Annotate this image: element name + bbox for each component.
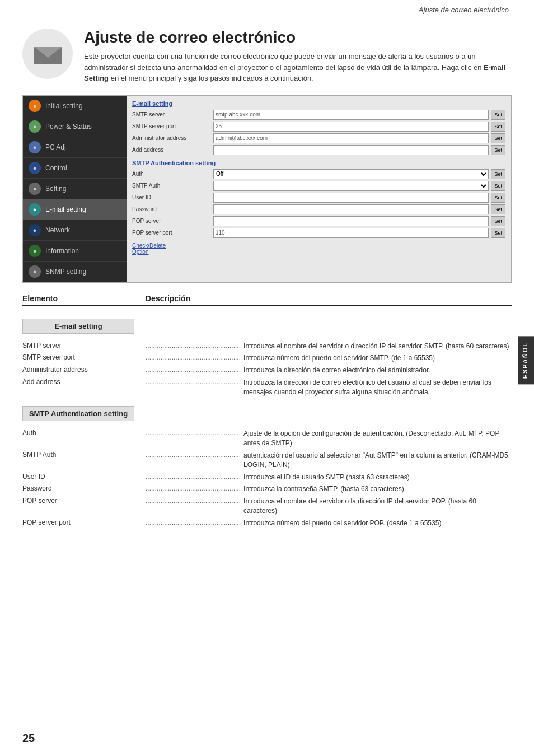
email-fields-container: SMTP serverSetSMTP server portSetAdminis… bbox=[132, 110, 505, 155]
desc-item-text: autenticación del usuario al seleccionar… bbox=[243, 451, 512, 470]
nav-item-setting[interactable]: ●Setting bbox=[23, 179, 127, 199]
auth-setting-title: SMTP Authentication setting bbox=[132, 160, 505, 166]
auth-form-input[interactable] bbox=[213, 193, 489, 203]
nav-icon: ● bbox=[29, 224, 41, 236]
bottom-links: Check/DeleteOption bbox=[132, 242, 505, 255]
nav-icon: ● bbox=[29, 265, 41, 278]
desc-item-name: SMTP server port bbox=[22, 353, 146, 363]
desc-item-name: SMTP Auth bbox=[22, 451, 146, 470]
nav-icon: ● bbox=[29, 245, 41, 257]
desc-item-text: Introduzca el nombre del servidor o dire… bbox=[243, 342, 512, 351]
nav-icon: ● bbox=[29, 141, 41, 153]
nav-item-label: Setting bbox=[45, 185, 66, 193]
form-input[interactable] bbox=[213, 133, 489, 143]
auth-section: SMTP Authentication setting AuthOffSetSM… bbox=[132, 160, 505, 238]
auth-form-row: SMTP Auth---Set bbox=[132, 181, 505, 191]
title-section: Ajuste de correo electrónico Este proyec… bbox=[22, 29, 512, 84]
desc-row: SMTP Auth...............................… bbox=[22, 451, 512, 470]
nav-item-information[interactable]: ●Information bbox=[23, 241, 127, 262]
desc-sections-container: E-mail settingSMTP server...............… bbox=[22, 312, 512, 528]
desc-item-name: POP server bbox=[22, 497, 146, 516]
desc-dots: ........................................… bbox=[146, 497, 241, 516]
nav-item-snmp-setting[interactable]: ●SNMP setting bbox=[23, 262, 127, 282]
auth-form-input[interactable] bbox=[213, 216, 489, 226]
auth-set-button[interactable]: Set bbox=[491, 228, 505, 238]
nav-icon: ● bbox=[29, 120, 41, 133]
desc-dots: ........................................… bbox=[146, 342, 241, 351]
auth-set-button[interactable]: Set bbox=[491, 204, 505, 214]
nav-item-pc-adj-[interactable]: ●PC Adj. bbox=[23, 137, 127, 158]
auth-form-row: AuthOffSet bbox=[132, 169, 505, 179]
form-input[interactable] bbox=[213, 145, 489, 155]
auth-form-input[interactable] bbox=[213, 228, 489, 238]
nav-item-label: Information bbox=[45, 247, 79, 255]
desc-dots: ........................................… bbox=[146, 366, 241, 375]
form-row: SMTP serverSet bbox=[132, 110, 505, 120]
desc-item-text: Introduzca el ID de usuario SMTP (hasta … bbox=[243, 473, 512, 482]
set-button[interactable]: Set bbox=[491, 145, 505, 155]
desc-item-name: Auth bbox=[22, 429, 146, 448]
auth-form-row: POP server portSet bbox=[132, 228, 505, 238]
auth-form-label: Password bbox=[132, 206, 213, 212]
nav-icon: ● bbox=[29, 100, 41, 112]
nav-item-label: E-mail setting bbox=[45, 206, 86, 213]
nav-icon: ● bbox=[29, 203, 41, 216]
desc-row: SMTP server.............................… bbox=[22, 342, 512, 351]
desc-dots: ........................................… bbox=[146, 484, 241, 494]
nav-icon: ● bbox=[29, 162, 41, 174]
desc-row: POP server..............................… bbox=[22, 497, 512, 516]
auth-select[interactable]: Off bbox=[213, 169, 489, 179]
section-title-box: E-mail setting bbox=[22, 319, 134, 334]
form-row: Add addressSet bbox=[132, 145, 505, 155]
nav-item-initial-setting[interactable]: ●Initial setting bbox=[23, 96, 127, 116]
desc-item-text: Introduzca número del puerto del servido… bbox=[243, 519, 512, 528]
desc-dots: ........................................… bbox=[146, 451, 241, 470]
form-label: SMTP server bbox=[132, 111, 213, 118]
nav-item-control[interactable]: ●Control bbox=[23, 158, 127, 179]
bottom-link[interactable]: Option bbox=[132, 249, 505, 255]
form-input[interactable] bbox=[213, 110, 489, 120]
auth-set-button[interactable]: Set bbox=[491, 169, 505, 179]
desc-item-text: Introduzca la dirección de correo electr… bbox=[243, 378, 512, 397]
desc-item-name: POP server port bbox=[22, 519, 146, 528]
desc-item-text: Introduzca la dirección de correo electr… bbox=[243, 366, 512, 375]
set-button[interactable]: Set bbox=[491, 122, 505, 132]
auth-form-row: POP serverSet bbox=[132, 216, 505, 226]
nav-item-label: Network bbox=[45, 226, 70, 234]
nav-item-label: Power & Status bbox=[45, 123, 92, 130]
auth-select[interactable]: --- bbox=[213, 181, 489, 191]
nav-item-power---status[interactable]: ●Power & Status bbox=[23, 116, 127, 137]
auth-form-row: User IDSet bbox=[132, 193, 505, 203]
auth-form-label: User ID bbox=[132, 194, 213, 200]
form-row: SMTP server portSet bbox=[132, 122, 505, 132]
nav-sidebar: ●Initial setting●Power & Status●PC Adj.●… bbox=[23, 96, 127, 282]
auth-set-button[interactable]: Set bbox=[491, 193, 505, 203]
auth-form-label: SMTP Auth bbox=[132, 183, 213, 189]
col-item-label: Elemento bbox=[22, 294, 146, 303]
form-input[interactable] bbox=[213, 122, 489, 132]
email-setting-title: E-mail setting bbox=[132, 100, 505, 107]
email-icon bbox=[32, 43, 63, 65]
set-button[interactable]: Set bbox=[491, 133, 505, 143]
page-description: Este proyector cuenta con una función de… bbox=[84, 51, 512, 84]
set-button[interactable]: Set bbox=[491, 110, 505, 120]
form-label: SMTP server port bbox=[132, 123, 213, 129]
desc-item-text: Ajuste de la opción de configuración de … bbox=[243, 429, 512, 448]
col-desc-label: Descripción bbox=[146, 294, 512, 303]
auth-set-button[interactable]: Set bbox=[491, 181, 505, 191]
nav-item-label: Initial setting bbox=[45, 102, 83, 110]
email-icon-wrap bbox=[22, 29, 73, 79]
section-title-box: SMTP Authentication setting bbox=[22, 406, 134, 421]
auth-form-input[interactable] bbox=[213, 204, 489, 214]
desc-row: Password................................… bbox=[22, 484, 512, 494]
nav-icon: ● bbox=[29, 183, 41, 195]
bottom-link[interactable]: Check/Delete bbox=[132, 242, 505, 249]
title-text: Ajuste de correo electrónico Este proyec… bbox=[84, 29, 512, 84]
desc-item-name: Administrator address bbox=[22, 366, 146, 375]
header-title: Ajuste de correo electrónico bbox=[419, 6, 509, 14]
desc-section: Elemento Descripción E-mail settingSMTP … bbox=[22, 294, 512, 528]
nav-item-e-mail-setting[interactable]: ●E-mail setting bbox=[23, 199, 127, 220]
auth-set-button[interactable]: Set bbox=[491, 216, 505, 226]
nav-item-network[interactable]: ●Network bbox=[23, 220, 127, 241]
page-header: Ajuste de correo electrónico bbox=[0, 0, 534, 17]
